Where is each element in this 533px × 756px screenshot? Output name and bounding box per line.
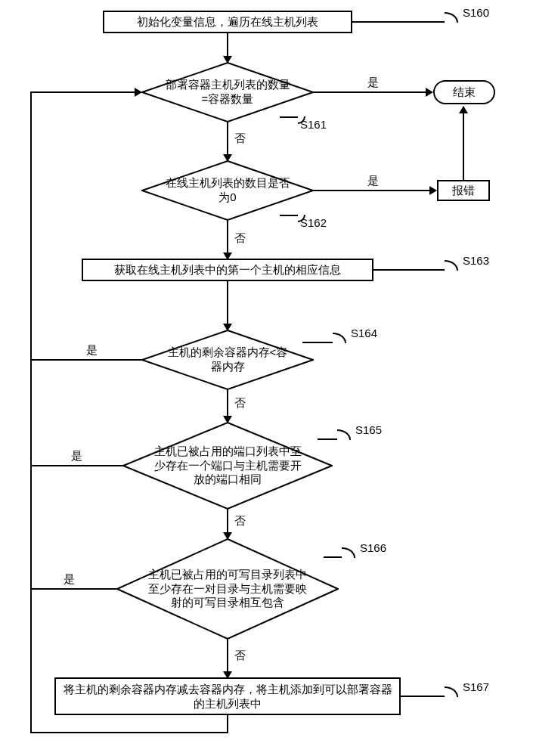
decision-s166: 主机已被占用的可写目录列表中至少存在一对目录与主机需要映射的可写目录相互包含 xyxy=(116,538,339,640)
no-label-s162: 否 xyxy=(233,231,247,246)
yes-label-s165: 是 xyxy=(70,449,84,463)
no-label-s161: 否 xyxy=(233,132,247,146)
yes-label-s164: 是 xyxy=(85,343,99,358)
decision-s162: 在线主机列表的数目是否为0 xyxy=(141,160,314,221)
decision-s166-text: 主机已被占用的可写目录列表中至少存在一对目录与主机需要映射的可写目录相互包含 xyxy=(116,568,339,610)
decision-s164-tag: S164 xyxy=(349,327,379,339)
no-label-s166: 否 xyxy=(233,649,247,663)
step-s160-text: 初始化变量信息，遍历在线主机列表 xyxy=(137,14,318,29)
no-label-s164: 否 xyxy=(233,396,247,411)
decision-s166-tag: S166 xyxy=(358,541,388,554)
decision-s165-text: 主机已被占用的端口列表中至少存在一个端口与主机需要开放的端口相同 xyxy=(122,445,333,487)
end-node: 结束 xyxy=(433,80,495,104)
yes-label-s162: 是 xyxy=(366,174,380,188)
decision-s165-tag: S165 xyxy=(354,423,383,436)
step-s160-tag: S160 xyxy=(461,6,491,19)
step-s160: 初始化变量信息，遍历在线主机列表 xyxy=(103,11,352,33)
yes-label-s166: 是 xyxy=(62,572,76,587)
decision-s161: 部署容器主机列表的数量=容器数量 xyxy=(141,62,314,122)
decision-s164-text: 主机的剩余容器内存<容器内存 xyxy=(141,345,314,374)
end-text: 结束 xyxy=(453,85,476,100)
step-s163-tag: S163 xyxy=(461,254,491,267)
decision-s162-text: 在线主机列表的数目是否为0 xyxy=(141,176,314,205)
error-node: 报错 xyxy=(437,180,490,201)
step-s163-text: 获取在线主机列表中的第一个主机的相应信息 xyxy=(114,262,341,277)
step-s167-tag: S167 xyxy=(461,680,491,693)
error-text: 报错 xyxy=(452,183,475,198)
step-s167: 将主机的剩余容器内存减去容器内存，将主机添加到可以部署容器的主机列表中 xyxy=(54,677,401,715)
no-label-s165: 否 xyxy=(233,514,247,528)
decision-s161-text: 部署容器主机列表的数量=容器数量 xyxy=(141,78,314,107)
step-s167-text: 将主机的剩余容器内存减去容器内存，将主机添加到可以部署容器的主机列表中 xyxy=(62,682,393,711)
feedback-bus xyxy=(30,92,32,733)
decision-s164: 主机的剩余容器内存<容器内存 xyxy=(141,330,314,390)
step-s163: 获取在线主机列表中的第一个主机的相应信息 xyxy=(82,259,373,281)
yes-label-s161: 是 xyxy=(366,76,380,90)
decision-s165: 主机已被占用的端口列表中至少存在一个端口与主机需要开放的端口相同 xyxy=(122,422,333,510)
